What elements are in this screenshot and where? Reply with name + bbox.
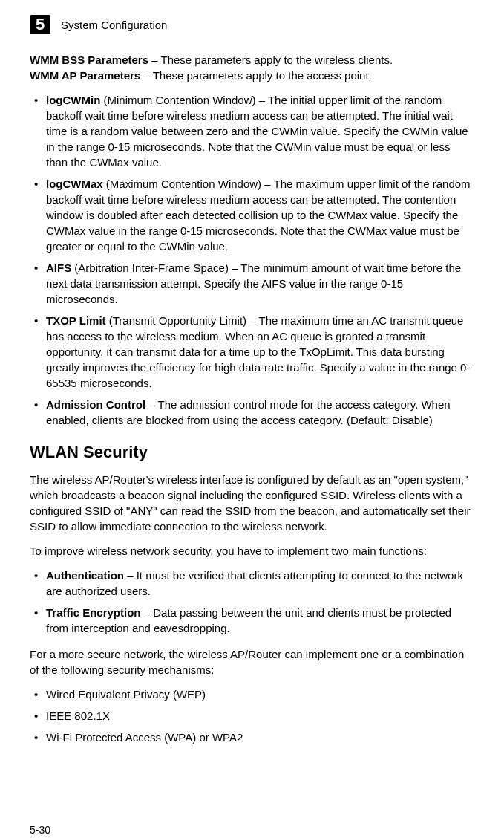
- wlan-para-mechanisms-intro: For a more secure network, the wireless …: [30, 646, 474, 678]
- param-term: TXOP Limit: [46, 314, 106, 327]
- func-term: Authentication: [46, 569, 124, 582]
- wmm-param-list: logCWMin (Minimum Contention Window) – T…: [30, 92, 474, 428]
- wlan-mechanisms-list: Wired Equivalent Privacy (WEP) IEEE 802.…: [30, 686, 474, 745]
- mechanism-text: Wired Equivalent Privacy (WEP): [46, 688, 206, 701]
- wlan-para-intro: The wireless AP/Router's wireless interf…: [30, 472, 474, 534]
- param-paren: (Arbitration Inter-Frame Space) –: [71, 262, 240, 274]
- intro-paragraph: WMM BSS Parameters – These parameters ap…: [30, 52, 474, 83]
- list-item: IEEE 802.1X: [30, 708, 474, 724]
- mechanism-text: Wi-Fi Protected Access (WPA) or WPA2: [46, 731, 243, 744]
- list-item: AIFS (Arbitration Inter-Frame Space) – T…: [30, 260, 474, 307]
- param-term: AIFS: [46, 262, 71, 274]
- intro-text-bss: – These parameters apply to the wireless…: [148, 53, 393, 66]
- wlan-security-heading: WLAN Security: [30, 441, 474, 464]
- chapter-title: System Configuration: [61, 17, 167, 33]
- param-paren: (Minimum Contention Window) –: [100, 94, 268, 106]
- mechanism-text: IEEE 802.1X: [46, 709, 110, 722]
- chapter-number-badge: 5: [30, 15, 50, 34]
- list-item: Wi-Fi Protected Access (WPA) or WPA2: [30, 730, 474, 745]
- param-paren: (Transmit Opportunity Limit) –: [106, 314, 259, 327]
- wlan-functions-list: Authentication – It must be verified tha…: [30, 568, 474, 636]
- list-item: Wired Equivalent Privacy (WEP): [30, 686, 474, 702]
- param-term: logCWMax: [46, 178, 103, 190]
- list-item: Authentication – It must be verified tha…: [30, 568, 474, 599]
- param-paren: –: [145, 398, 157, 411]
- list-item: TXOP Limit (Transmit Opportunity Limit) …: [30, 313, 474, 391]
- page-content: WMM BSS Parameters – These parameters ap…: [30, 52, 474, 745]
- wlan-para-functions-intro: To improve wireless network security, yo…: [30, 543, 474, 559]
- param-paren: (Maximum Contention Window) –: [103, 178, 274, 190]
- list-item: Traffic Encryption – Data passing betwee…: [30, 605, 474, 636]
- list-item: Admission Control – The admission contro…: [30, 397, 474, 428]
- func-term: Traffic Encryption: [46, 606, 141, 619]
- page-header: 5 System Configuration: [30, 15, 474, 34]
- param-term: logCWMin: [46, 94, 100, 106]
- intro-text-ap: – These parameters apply to the access p…: [140, 69, 372, 82]
- list-item: logCWMax (Maximum Contention Window) – T…: [30, 176, 474, 254]
- intro-term-ap: WMM AP Parameters: [30, 69, 140, 82]
- list-item: logCWMin (Minimum Contention Window) – T…: [30, 92, 474, 170]
- param-term: Admission Control: [46, 398, 145, 411]
- intro-term-bss: WMM BSS Parameters: [30, 53, 148, 66]
- page-number: 5-30: [30, 823, 50, 838]
